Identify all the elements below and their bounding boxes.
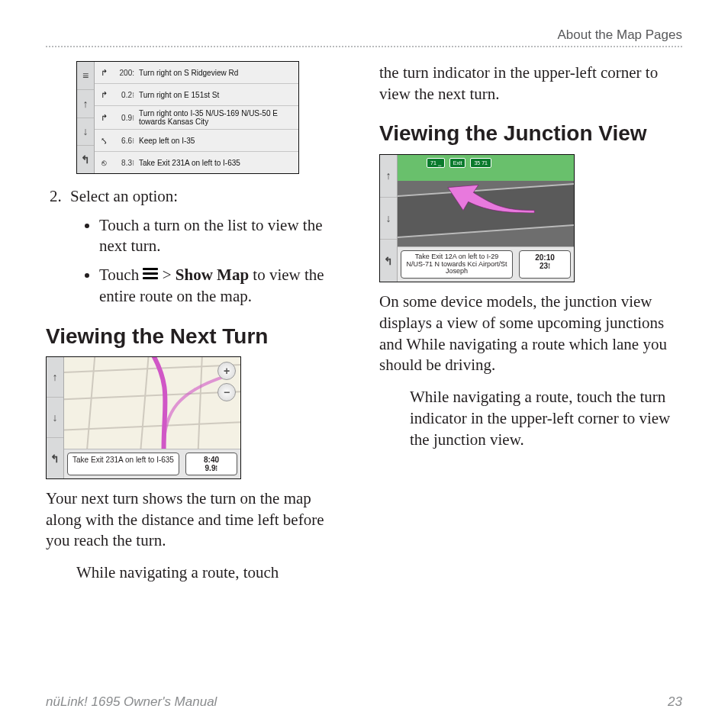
turnlist-sidebar: ≡ ↑ ↓ ↰ <box>77 62 95 173</box>
manual-title: nüLink! 1695 Owner's Manual <box>46 694 217 710</box>
exit-left-icon: ⎋ <box>98 158 110 167</box>
manual-page: About the Map Pages ≡ ↑ ↓ ↰ ↱ 200: Turn … <box>0 0 728 728</box>
svg-line-2 <box>64 422 240 430</box>
street-grid-icon <box>64 357 240 449</box>
paragraph: While navigating a route, touch the turn… <box>379 387 682 450</box>
time-distance-bubble: 20:10 23⁝ <box>519 250 571 279</box>
heading-junction-view: Viewing the Junction View <box>379 121 682 146</box>
map-sidebar: ↑ ↓ ↰ <box>47 357 64 478</box>
back-icon: ↰ <box>380 240 397 282</box>
map-info-bar: Take Exit 12A on left to I-29 N/US-71 N … <box>398 246 574 282</box>
time-distance-bubble: 8:40 9.9⁝ <box>185 453 237 475</box>
menu-icon: ≡ <box>77 62 94 90</box>
page-number: 23 <box>668 694 682 710</box>
table-row: ⎋ 8.3⁝ Take Exit 231A on left to I-635 <box>95 152 298 173</box>
distance: 23⁝ <box>524 262 565 270</box>
down-arrow-icon: ↓ <box>47 398 63 438</box>
next-turn-screenshot: ↑ ↓ ↰ + − <box>46 356 241 479</box>
table-row: ↱ 200: Turn right on S Ridgeview Rd <box>95 62 298 84</box>
show-map-label: Show Map <box>176 266 249 284</box>
sign: 71 ⎯ <box>427 158 445 168</box>
text: Touch <box>99 266 143 284</box>
svg-line-0 <box>64 365 240 372</box>
bullet-item: Touch > Show Map to view the entire rout… <box>99 265 349 307</box>
turn-right-icon: ↱ <box>98 68 110 77</box>
instruction: Turn right on E 151st St <box>139 91 294 99</box>
distance: 6.6⁝ <box>114 137 134 145</box>
heading-next-turn: Viewing the Next Turn <box>46 324 349 349</box>
zoom-out-icon: − <box>217 383 236 401</box>
junction-render: 71 ⎯ Exit 35 71 <box>398 155 574 246</box>
back-icon: ↰ <box>47 438 63 478</box>
zoom-in-icon: + <box>217 362 236 380</box>
junction-view-screenshot: ↑ ↓ ↰ 71 ⎯ Exit 35 71 <box>379 154 575 283</box>
table-row: ⤣ 6.6⁝ Keep left on I-35 <box>95 130 298 152</box>
turn-list-screenshot: ≡ ↑ ↓ ↰ ↱ 200: Turn right on S Ridgeview… <box>76 61 299 174</box>
svg-line-5 <box>198 357 202 449</box>
left-column: ≡ ↑ ↓ ↰ ↱ 200: Turn right on S Ridgeview… <box>46 61 349 584</box>
text: > <box>158 266 175 284</box>
back-icon: ↰ <box>77 146 94 173</box>
svg-line-4 <box>140 357 148 449</box>
sign: 35 71 <box>470 158 491 168</box>
turnlist-rows: ↱ 200: Turn right on S Ridgeview Rd ↱ 0.… <box>95 62 298 173</box>
step-item: Select an option: Touch a turn on the li… <box>66 186 349 308</box>
step-text: Select an option: <box>70 187 178 205</box>
paragraph: the turn indicator in the upper-left cor… <box>379 63 682 105</box>
running-header: About the Map Pages <box>46 27 682 47</box>
numbered-steps: Select an option: Touch a turn on the li… <box>46 186 349 308</box>
sign: Exit <box>449 158 466 168</box>
keep-left-icon: ⤣ <box>98 136 110 145</box>
distance: 200: <box>114 69 134 77</box>
instruction: Turn right on S Ridgeview Rd <box>139 69 294 77</box>
map-pane: 71 ⎯ Exit 35 71 Take Exit 12A on left to… <box>398 155 574 282</box>
map-view: + − <box>64 357 240 449</box>
bullet-item: Touch a turn on the list to view the nex… <box>99 215 349 257</box>
two-column-layout: ≡ ↑ ↓ ↰ ↱ 200: Turn right on S Ridgeview… <box>46 61 682 584</box>
instruction-bubble: Take Exit 12A on left to I-29 N/US-71 N … <box>401 250 513 279</box>
paragraph: While navigating a route, touch <box>46 562 349 584</box>
distance: 9.9⁝ <box>191 464 232 472</box>
table-row: ↱ 0.9⁝ Turn right onto I-35 N/US-169 N/U… <box>95 106 298 130</box>
instruction: Take Exit 231A on left to I-635 <box>139 159 294 167</box>
table-row: ↱ 0.2⁝ Turn right on E 151st St <box>95 84 298 106</box>
right-column: the turn indicator in the upper-left cor… <box>379 61 682 584</box>
instruction-bubble: Take Exit 231A on left to I-635 <box>67 453 179 475</box>
paragraph: Your next turn shows the turn on the map… <box>46 488 349 552</box>
distance: 0.9⁝ <box>114 114 134 122</box>
map-sidebar: ↑ ↓ ↰ <box>380 155 398 282</box>
menu-icon <box>143 266 158 282</box>
highway-signs: 71 ⎯ Exit 35 71 <box>427 158 491 168</box>
up-arrow-icon: ↑ <box>47 357 63 398</box>
lane-arrow-icon <box>433 182 534 213</box>
distance: 0.2⁝ <box>114 91 134 99</box>
paragraph: On some device models, the junction view… <box>379 292 682 376</box>
down-arrow-icon: ↓ <box>77 118 94 147</box>
distance: 8.3⁝ <box>114 159 134 167</box>
eta-time: 20:10 <box>524 253 565 262</box>
turn-right-icon: ↱ <box>98 113 110 122</box>
eta-time: 8:40 <box>191 456 232 464</box>
page-footer: nüLink! 1695 Owner's Manual 23 <box>46 694 682 710</box>
instruction: Turn right onto I-35 N/US-169 N/US-50 E … <box>139 109 294 126</box>
up-arrow-icon: ↑ <box>380 155 397 198</box>
instruction: Keep left on I-35 <box>139 137 294 145</box>
down-arrow-icon: ↓ <box>380 198 397 240</box>
svg-line-1 <box>64 391 240 399</box>
map-info-bar: Take Exit 231A on left to I-635 8:40 9.9… <box>64 449 240 478</box>
sub-bullets: Touch a turn on the list to view the nex… <box>70 215 349 308</box>
up-arrow-icon: ↑ <box>77 90 94 118</box>
turn-right-icon: ↱ <box>98 90 110 99</box>
map-pane: + − Take Exit 231A on left to I-635 8:40… <box>64 357 240 478</box>
